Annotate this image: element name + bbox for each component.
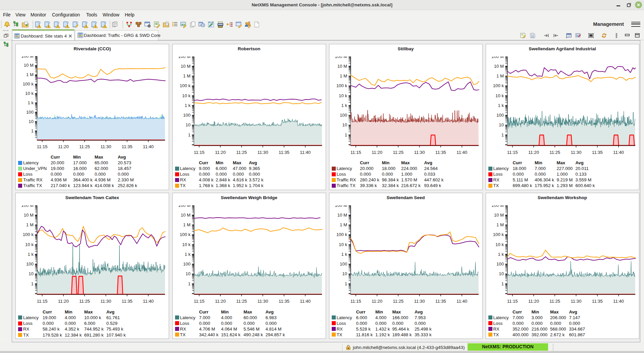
svg-text:11:35: 11:35 [592,150,602,155]
svg-text:1 k: 1 k [341,252,347,257]
svg-text:11:40: 11:40 [300,299,311,304]
svg-text:1: 1 [501,281,503,286]
svg-text:11:15: 11:15 [350,299,361,304]
svg-text:10 M: 10 M [180,63,190,68]
svg-text:11:30: 11:30 [257,150,268,155]
svg-text:1 k: 1 k [184,252,191,257]
svg-text:10 k: 10 k [182,93,191,98]
svg-text:10 M: 10 M [337,213,347,218]
svg-text:11:30: 11:30 [414,150,425,155]
svg-text:1 M: 1 M [26,222,34,227]
svg-text:100: 100 [26,261,34,267]
svg-text:10 k: 10 k [182,242,191,247]
svg-text:10: 10 [342,122,347,127]
svg-text:1: 1 [344,281,347,286]
svg-text:11:25: 11:25 [549,299,560,304]
svg-text:11:30: 11:30 [100,299,111,304]
svg-text:100 k: 100 k [23,81,34,86]
svg-text:100: 100 [26,109,34,114]
svg-text:11:30: 11:30 [257,299,268,304]
svg-text:10 k: 10 k [495,242,504,247]
svg-text:11:20: 11:20 [58,299,69,304]
svg-text:100 k: 100 k [336,83,347,88]
svg-text:11:20: 11:20 [215,150,225,155]
svg-text:100: 100 [183,113,190,118]
svg-text:10 k: 10 k [339,93,347,98]
svg-text:1: 1 [31,128,34,133]
svg-text:10 k: 10 k [25,242,34,247]
svg-text:10 M: 10 M [494,213,503,218]
svg-text:11:35: 11:35 [592,299,602,304]
svg-text:11:15: 11:15 [37,144,48,149]
svg-text:11:35: 11:35 [278,299,289,304]
svg-text:11:30: 11:30 [571,150,581,155]
svg-text:10 M: 10 M [24,63,34,68]
svg-text:10 k: 10 k [495,93,504,98]
svg-text:100 M: 100 M [21,53,34,58]
svg-text:11:25: 11:25 [393,150,404,155]
svg-text:100 k: 100 k [493,232,504,237]
svg-text:11:25: 11:25 [236,299,247,304]
svg-text:10 M: 10 M [337,63,347,68]
svg-text:1 k: 1 k [184,103,191,108]
svg-text:10: 10 [29,271,34,276]
svg-text:11:20: 11:20 [58,144,69,149]
svg-text:10 M: 10 M [24,213,34,218]
svg-text:11:30: 11:30 [414,299,425,304]
svg-text:11:40: 11:40 [457,150,467,155]
svg-text:1: 1 [188,132,190,137]
svg-text:100 M: 100 M [178,54,191,59]
svg-text:1 k: 1 k [498,252,504,257]
svg-text:1 k: 1 k [28,252,34,257]
svg-text:100 M: 100 M [491,203,504,208]
svg-text:11:15: 11:15 [37,299,48,304]
svg-text:1 M: 1 M [183,222,191,227]
svg-text:1: 1 [31,281,34,286]
svg-text:100 k: 100 k [336,232,347,237]
svg-text:11:15: 11:15 [194,299,204,304]
svg-text:11:40: 11:40 [300,150,311,155]
svg-text:1 k: 1 k [498,103,504,108]
svg-text:11:40: 11:40 [613,150,624,155]
svg-text:1 M: 1 M [496,222,504,227]
svg-text:11:40: 11:40 [143,299,154,304]
svg-text:100: 100 [183,261,190,267]
svg-text:1 k: 1 k [341,103,347,108]
svg-text:11:15: 11:15 [507,299,518,304]
svg-text:10 M: 10 M [180,213,190,218]
svg-text:11:25: 11:25 [236,150,247,155]
svg-text:1 M: 1 M [183,73,191,78]
svg-text:11:25: 11:25 [79,299,90,304]
svg-text:100: 100 [339,113,347,118]
svg-text:10 k: 10 k [339,242,347,247]
svg-text:1 M: 1 M [340,73,347,78]
svg-text:1 M: 1 M [26,72,34,77]
svg-text:11:35: 11:35 [122,299,132,304]
svg-text:1 M: 1 M [340,222,347,227]
svg-text:11:15: 11:15 [507,150,518,155]
svg-text:11:15: 11:15 [350,150,361,155]
svg-text:100 M: 100 M [491,54,504,59]
svg-text:10: 10 [185,271,191,276]
svg-text:100 k: 100 k [23,232,34,237]
svg-text:100: 100 [339,261,347,267]
svg-text:1: 1 [344,132,347,137]
svg-text:100 M: 100 M [178,203,191,208]
svg-text:11:30: 11:30 [100,144,111,149]
svg-text:11:25: 11:25 [393,299,404,304]
svg-text:100 k: 100 k [179,232,191,237]
svg-text:100: 100 [496,113,503,118]
svg-text:11:25: 11:25 [549,150,560,155]
svg-text:10: 10 [185,122,191,127]
svg-text:11:20: 11:20 [371,150,382,155]
svg-text:1 M: 1 M [496,73,504,78]
svg-text:11:20: 11:20 [528,299,539,304]
svg-text:11:20: 11:20 [215,299,225,304]
svg-text:11:40: 11:40 [457,299,467,304]
svg-text:100 k: 100 k [493,83,504,88]
svg-text:10 k: 10 k [25,91,34,96]
svg-text:11:20: 11:20 [528,150,539,155]
svg-text:10: 10 [29,119,34,124]
svg-text:11:30: 11:30 [571,299,581,304]
svg-text:11:40: 11:40 [143,144,154,149]
